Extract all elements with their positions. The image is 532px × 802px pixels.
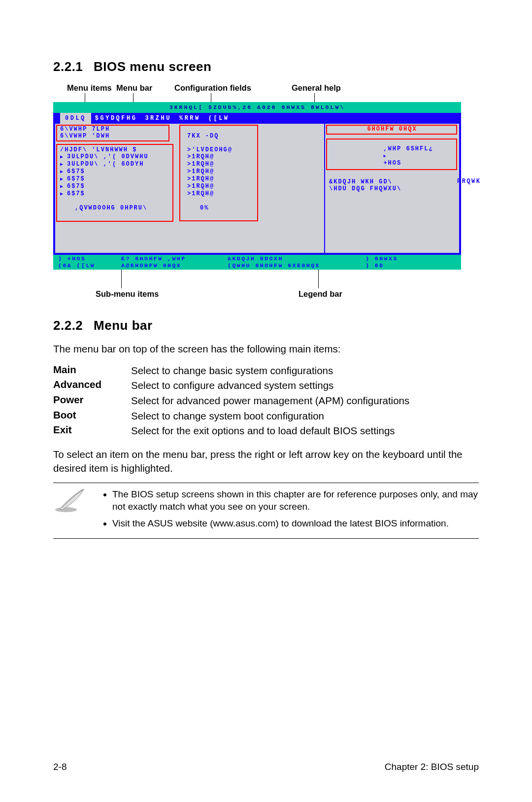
legend-f1: ) +HOS — [58, 255, 121, 262]
legend-select-menu: A@6HOHFW 0HQX — [121, 262, 228, 269]
bios-help-desc2: \HDU DQG FHQWXU\ — [329, 185, 401, 192]
section-222-number: 2.2.2 — [53, 318, 83, 333]
legend-save: ) 6D — [366, 262, 384, 269]
list-item[interactable]: 6$7$ — [67, 190, 85, 197]
page-number: 2-8 — [53, 762, 66, 772]
section-221-number: 2.2.1 — [53, 59, 83, 74]
bios-select-menu: 6HOHFW 0HQX — [329, 126, 455, 133]
legend-enter: (QWHU 6HOHFW 6XE0HQX — [228, 262, 366, 269]
list-item[interactable]: 3ULPDU\ ,'( 0DVWHU — [67, 153, 149, 160]
def-term: Boot — [53, 409, 131, 423]
anno-config-fields: Configuration fields — [174, 83, 251, 93]
def-desc: Select to change basic system configurat… — [131, 364, 479, 378]
bios-right-pane: 6HOHFW 0HQX ,WHP 6SHFL¿ ▶ +HOS &KDQJH WK… — [325, 124, 459, 253]
bios-menu-exit[interactable]: ([LW — [208, 113, 237, 124]
note-item: Visit the ASUS website (www.asus.com) to… — [112, 517, 479, 529]
note-box: The BIOS setup screens shown in this cha… — [53, 483, 479, 538]
triangle-icon: ▶ — [60, 169, 67, 175]
page-footer: 2-8 Chapter 2: BIOS setup — [53, 762, 479, 772]
section-221-heading: 2.2.1 BIOS menu screen — [53, 59, 479, 74]
bios-help-left: ,WHP 6SHFL¿ — [383, 145, 433, 152]
legend-setup: ) 6HWXS — [366, 255, 398, 262]
list-item[interactable]: 6$7$ — [67, 175, 85, 182]
bios-title-bar: 3KRHQL[ $ZDUG%,26 &026 6HWXS 8WLOLW\ — [53, 102, 461, 113]
triangle-icon: ▶ — [60, 154, 67, 161]
pen-icon — [53, 488, 92, 514]
bios-help-desc1: &KDQJH WKH GD\ — [329, 178, 393, 185]
bios-legend-bar: ) +HOS E? 6HOHFW ,WHP &KDQJH 9DOXH ) 6HW… — [53, 255, 461, 270]
bios-help-right: +HOS — [383, 160, 401, 167]
section-222-title: Menu bar — [94, 318, 153, 333]
def-desc: Select for the exit options and to load … — [131, 424, 479, 438]
def-term: Advanced — [53, 379, 131, 392]
section-221-title: BIOS menu screen — [94, 59, 211, 74]
anno-general-help: General help — [292, 83, 341, 93]
menubar-def-list: MainSelect to change basic system config… — [53, 364, 479, 438]
def-term: Power — [53, 394, 131, 408]
section-222-heading: 2.2.2 Menu bar — [53, 318, 479, 333]
def-term: Main — [53, 364, 131, 378]
legend-change-value: &KDQJH 9DOXH — [228, 255, 366, 262]
svg-point-0 — [55, 507, 77, 512]
list-item: ,QVWDOOHG 0HPRU\ — [75, 205, 147, 211]
bios-menu-bar: 0DLQ $GYDQFHG 3RZHU %RRW ([LW — [53, 113, 461, 124]
anno-legend-bar: Legend bar — [299, 289, 342, 299]
list-item[interactable]: 3ULPDU\ ,'( 6ODYH — [67, 161, 144, 168]
list-item: 6\VWHP 'DWH — [60, 133, 110, 139]
list-item: /HJDF\ 'LVNHWWH $ — [60, 146, 137, 153]
def-desc: Select to change system boot configurati… — [131, 409, 479, 423]
anno-menu-bar: Menu bar — [116, 83, 152, 93]
anno-menu-items: Menu items — [67, 83, 112, 93]
chapter-title: Chapter 2: BIOS setup — [385, 762, 479, 772]
def-desc: Select to configure advanced system sett… — [131, 379, 479, 392]
note-item: The BIOS setup screens shown in this cha… — [112, 488, 479, 513]
list-item[interactable]: 6$7$ — [67, 168, 85, 175]
list-item[interactable]: 6$7$ — [67, 183, 85, 190]
def-term: Exit — [53, 424, 131, 438]
triangle-icon: ▶ — [60, 191, 67, 198]
bios-menu-advanced[interactable]: $GYDQFHG — [95, 113, 145, 124]
def-desc: Select for advanced power management (AP… — [131, 394, 479, 408]
triangle-icon: ▶ — [60, 183, 67, 190]
menubar-followup: To select an item on the menu bar, press… — [53, 448, 479, 475]
legend-esc: (6& ([LW — [58, 262, 121, 269]
anno-sub-menu-items: Sub-menu items — [96, 289, 159, 299]
bios-menu-power[interactable]: 3RZHU — [145, 113, 179, 124]
triangle-icon: ▶ — [60, 161, 67, 168]
triangle-icon: ▶ — [60, 176, 67, 183]
bios-menu-boot[interactable]: %RRW — [179, 113, 208, 124]
bios-screenshot: 3KRHQL[ $ZDUG%,26 &026 6HWXS 8WLOLW\ 0DL… — [53, 102, 461, 270]
menubar-intro: The menu bar on top of the screen has th… — [53, 342, 479, 356]
overflow-month: PRQWK — [457, 178, 481, 185]
legend-select-item: E? 6HOHFW ,WHP — [121, 255, 228, 262]
bios-menu-main[interactable]: 0DLQ — [60, 113, 91, 124]
bios-left-pane: 6\VWHP 7LPH 6\VWHP 'DWH7KX -DQ /HJDF\ 'L… — [55, 124, 325, 253]
list-item: 6\VWHP 7LPH — [60, 126, 110, 133]
